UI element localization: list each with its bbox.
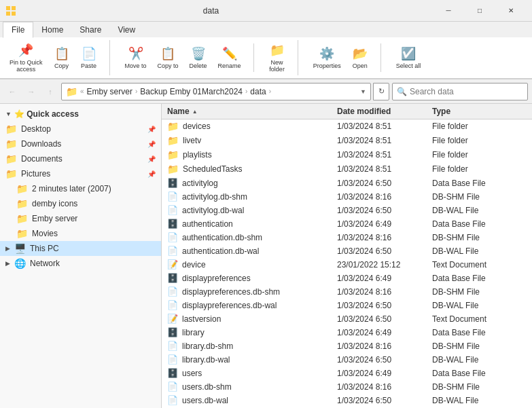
file-area: Name ▲ Date modified Type 📁 devices 1/03… [162, 104, 532, 408]
file-name-text: authentication.db-shm [182, 233, 262, 242]
table-row[interactable]: 📁 devices 1/03/2024 8:51 File folder [162, 119, 532, 134]
table-row[interactable]: 📝 device 23/01/2022 15:12 Text Document [162, 258, 532, 272]
tab-file[interactable]: File [3, 22, 33, 38]
table-row[interactable]: 📄 library.db-wal 1/03/2024 6:50 DB-WAL F… [162, 353, 532, 367]
up-button[interactable]: ↑ [42, 84, 58, 100]
file-name-cell: 🗄️ library [167, 327, 337, 337]
tab-view[interactable]: View [109, 22, 143, 37]
folder-icon: 📁 [167, 135, 179, 146]
properties-button[interactable]: ⚙️ Properties [309, 43, 345, 72]
desktop-label: Desktop [21, 124, 51, 134]
col-type-header[interactable]: Type [432, 107, 527, 116]
file-date-cell: 1/03/2024 6:50 [337, 301, 432, 310]
table-row[interactable]: 🗄️ authentication 1/03/2024 6:49 Data Ba… [162, 217, 532, 231]
table-row[interactable]: 📄 displaypreferences.db-shm 1/03/2024 8:… [162, 285, 532, 299]
open-button[interactable]: 📂 Open [348, 43, 372, 72]
table-row[interactable]: 📁 playlists 1/03/2024 8:51 File folder [162, 148, 532, 162]
back-button[interactable]: ← [4, 84, 20, 100]
copy-button[interactable]: 📋 Copy [50, 43, 74, 72]
table-row[interactable]: 📄 displaypreferences.db-wal 1/03/2024 6:… [162, 299, 532, 312]
select-all-button[interactable]: ☑️ Select all [392, 43, 425, 72]
crumb-emby-server[interactable]: Emby server [86, 87, 134, 96]
table-row[interactable]: 📁 livetv 1/03/2024 8:51 File folder [162, 134, 532, 148]
sidebar-item-pictures[interactable]: 📁 Pictures 📌 [0, 166, 161, 181]
sidebar-item-documents[interactable]: 📁 Documents 📌 [0, 151, 161, 166]
crumb-sep-1: › [135, 88, 137, 95]
2min-folder-icon: 📁 [16, 183, 28, 194]
file-type-cell: DB-WAL File [432, 246, 527, 256]
search-bar[interactable]: 🔍 [392, 83, 528, 100]
minimize-button[interactable]: ─ [433, 0, 464, 22]
table-row[interactable]: 🗄️ library 1/03/2024 6:49 Data Base File [162, 326, 532, 339]
file-type-cell: Text Document [432, 260, 527, 270]
paste-button[interactable]: 📄 Paste [77, 43, 101, 72]
file-list-header[interactable]: Name ▲ Date modified Type [162, 104, 532, 119]
sidebar-section-quick-access[interactable]: ▼ ⭐ Quick access [0, 107, 161, 122]
main-area: ▼ ⭐ Quick access 📁 Desktop 📌 📁 Downloads… [0, 104, 532, 408]
sidebar-item-demby[interactable]: 📁 demby icons [0, 196, 161, 211]
table-row[interactable]: 📄 users.db-shm 1/03/2024 8:16 DB-SHM Fil… [162, 380, 532, 394]
forward-button[interactable]: → [23, 84, 39, 100]
pin-to-quick-access-button[interactable]: 📌 Pin to Quickaccess [5, 40, 47, 75]
file-name-text: displaypreferences.db-wal [182, 301, 277, 310]
delete-button[interactable]: 🗑️ Delete [185, 43, 211, 72]
crumb-data[interactable]: data [249, 87, 267, 96]
sidebar-item-movies[interactable]: 📁 Movies [0, 226, 161, 241]
col-date-header[interactable]: Date modified [337, 107, 432, 116]
db-icon: 🗄️ [167, 219, 178, 229]
sidebar-item-desktop[interactable]: 📁 Desktop 📌 [0, 122, 161, 136]
file-type-cell: Data Base File [432, 274, 527, 283]
sidebar-item-emby[interactable]: 📁 Emby server [0, 211, 161, 226]
copy-to-icon: 📋 [160, 46, 175, 61]
file-name-cell: 📄 displaypreferences.db-shm [167, 286, 337, 297]
address-bar[interactable]: 📁 « Emby server › Backup Emby 01March202… [61, 83, 371, 100]
desktop-pin-icon: 📌 [147, 126, 156, 133]
address-dropdown-icon[interactable]: ▼ [360, 88, 366, 95]
table-row[interactable]: 📄 activitylog.db-wal 1/03/2024 6:50 DB-W… [162, 204, 532, 217]
tab-share[interactable]: Share [71, 22, 109, 37]
table-row[interactable]: 📁 ScheduledTasks 1/03/2024 8:51 File fol… [162, 162, 532, 177]
table-row[interactable]: 📄 authentication.db-wal 1/03/2024 6:50 D… [162, 244, 532, 258]
sidebar-item-2min[interactable]: 📁 2 minutes later (2007) [0, 181, 161, 196]
file-type-cell: Data Base File [432, 219, 527, 229]
file-icon: 📄 [167, 191, 178, 202]
documents-label: Documents [21, 154, 63, 164]
search-input[interactable] [410, 87, 523, 96]
file-date-cell: 1/03/2024 6:50 [337, 396, 432, 405]
table-row[interactable]: 🗄️ activitylog 1/03/2024 6:50 Data Base … [162, 177, 532, 190]
sidebar-item-this-pc[interactable]: ▶ 🖥️ This PC [0, 241, 161, 256]
maximize-button[interactable]: □ [464, 0, 495, 22]
demby-folder-icon: 📁 [16, 198, 28, 209]
emby-label: Emby server [32, 214, 77, 223]
file-name-cell: 📁 devices [167, 121, 337, 132]
file-type-cell: File folder [432, 164, 527, 174]
table-row[interactable]: 📄 users.db-wal 1/03/2024 6:50 DB-WAL Fil… [162, 394, 532, 407]
new-folder-button[interactable]: 📁 Newfolder [265, 40, 289, 75]
sidebar-item-downloads[interactable]: 📁 Downloads 📌 [0, 136, 161, 151]
pin-label: Pin to Quickaccess [10, 59, 43, 73]
file-name-cell: 🗄️ users [167, 368, 337, 378]
file-date-cell: 1/03/2024 8:51 [337, 164, 432, 174]
file-name-text: playlists [183, 150, 212, 160]
table-row[interactable]: 📄 activitylog.db-shm 1/03/2024 8:16 DB-S… [162, 190, 532, 204]
copy-to-button[interactable]: 📋 Copy to [154, 43, 183, 72]
table-row[interactable]: 🗄️ users 1/03/2024 6:49 Data Base File [162, 367, 532, 380]
sidebar-item-network[interactable]: ▶ 🌐 Network [0, 256, 161, 271]
tab-home[interactable]: Home [33, 22, 71, 37]
close-button[interactable]: ✕ [495, 0, 527, 22]
rename-button[interactable]: ✏️ Rename [214, 43, 245, 72]
table-row[interactable]: 📄 authentication.db-shm 1/03/2024 8:16 D… [162, 231, 532, 244]
file-date-cell: 1/03/2024 6:49 [337, 369, 432, 378]
col-name-header[interactable]: Name ▲ [167, 107, 337, 116]
refresh-button[interactable]: ↻ [373, 83, 389, 100]
crumb-backup[interactable]: Backup Emby 01March2024 [139, 87, 244, 96]
table-row[interactable]: 📄 library.db-shm 1/03/2024 8:16 DB-SHM F… [162, 339, 532, 353]
ribbon: FileHomeShareView 📌 Pin to Quickaccess 📋… [0, 22, 532, 79]
table-row[interactable]: 📝 lastversion 1/03/2024 6:50 Text Docume… [162, 312, 532, 326]
table-row[interactable]: 🗄️ displaypreferences 1/03/2024 6:49 Dat… [162, 272, 532, 285]
file-name-text: displaypreferences.db-shm [182, 287, 280, 297]
ribbon-group-open: ⚙️ Properties 📂 Open [309, 43, 381, 72]
move-to-button[interactable]: ✂️ Move to [121, 43, 151, 72]
move-icon: ✂️ [128, 46, 143, 61]
file-date-cell: 1/03/2024 6:50 [337, 246, 432, 256]
